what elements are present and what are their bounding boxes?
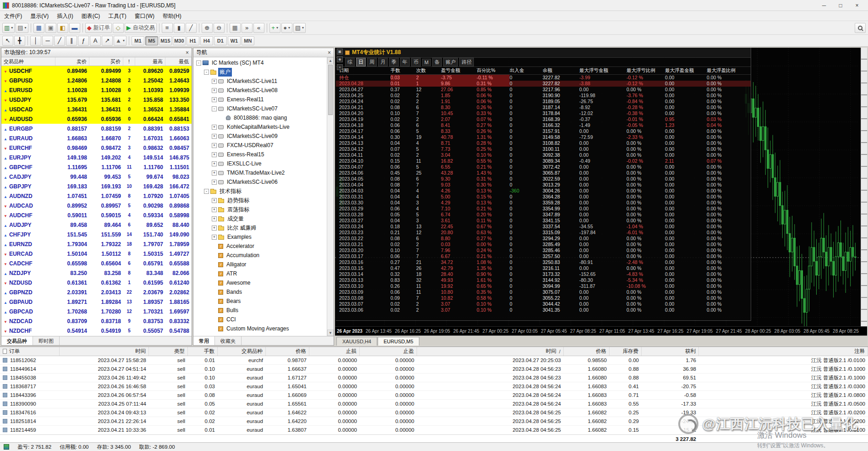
market-watch-row[interactable]: ▼USDJPY135.679135.6812135.858133.350 [1, 95, 192, 104]
tree-item[interactable]: fCCI [193, 315, 334, 324]
market-watch-column-4[interactable]: 最高 [135, 57, 165, 66]
market-watch-column-1[interactable]: 卖价 [55, 57, 89, 66]
expand-icon[interactable]: + [212, 170, 217, 176]
stats-row[interactable]: 2023.03.300.0434.290.13 %03359.280.000.0… [336, 200, 751, 206]
stats-tab-10[interactable]: 路径 [459, 58, 474, 66]
market-watch-tab-1[interactable]: 即时图 [33, 336, 60, 345]
tree-item[interactable]: +Examples [193, 232, 334, 242]
expand-icon[interactable]: + [212, 134, 217, 139]
market-watch-row[interactable]: ▲NZDJPY83.25083.258883.34882.066 [1, 268, 192, 278]
tree-item[interactable]: fAccumulation [193, 251, 334, 260]
trendline-tool[interactable]: ╱ [54, 36, 65, 46]
tree-item[interactable]: fAwesome [193, 278, 334, 287]
market-watch-row[interactable]: ▲GBPCHF1.116951.11706111.117601.11501 [1, 162, 192, 172]
market-watch-row[interactable]: ▼EURCAD1.501041.5011281.503151.49727 [1, 249, 192, 258]
stats-row[interactable]: 2023.03.140.321828.400.90 %03173.32-152.… [336, 271, 751, 277]
minimize-button[interactable]: ─ [816, 0, 832, 11]
market-watch-row[interactable]: ▲EURNZD1.793041.79322181.797071.78959 [1, 239, 192, 249]
market-watch-row[interactable]: ▲GBPAUD1.892711.89284131.893571.88165 [1, 297, 192, 307]
stats-row[interactable]: 2023.04.040.0879.030.30 %03013.290.000.0… [336, 182, 751, 188]
market-watch-row[interactable]: ▼NZDCHF0.549140.5491950.550570.54788 [1, 326, 192, 336]
market-watch-row[interactable]: ▲GBPNZD2.033912.03413222.036792.02862 [1, 287, 192, 297]
market-watch-row[interactable]: ▲EURGBP0.881570.8815920.883910.88153 [1, 124, 192, 133]
zoom-out-button[interactable]: ⊖ [214, 23, 225, 33]
market-watch-column-5[interactable]: 最低 [165, 57, 192, 66]
stats-row[interactable]: 2023.04.240.0221.910.06 %03189.05-26.75-… [336, 99, 751, 104]
market-watch-row[interactable]: ▲EURUSD1.100281.1002801.103931.09939 [1, 85, 192, 95]
market-watch-row[interactable]: ▼NZDCAD0.837090.8371890.837530.83332 [1, 316, 192, 326]
timeframe-M5[interactable]: M5 [145, 36, 158, 45]
market-watch-row[interactable]: ▲CADJPY99.44899.453599.67498.023 [1, 172, 192, 182]
market-watch-row[interactable]: ▼AUDCHF0.590110.5901540.593340.58998 [1, 210, 192, 220]
orders-column-7[interactable]: 止盈 [360, 347, 417, 356]
stats-row[interactable]: 2023.03.310.0445.000.15 %03364.280.000.0… [336, 194, 751, 200]
close-button[interactable]: × [849, 0, 865, 11]
stats-row[interactable]: 2023.03.220.0868.800.27 %03294.290.000.0… [336, 236, 751, 242]
tree-item[interactable]: fCustom Moving Averages [193, 324, 334, 333]
tree-item[interactable]: +FXCM-USDReal07 [193, 141, 334, 150]
stats-row[interactable]: 2023.04.030.0444.260.13 %-3603004.260.00… [336, 188, 751, 194]
stats-close-button[interactable]: × [337, 64, 343, 70]
timeframe-H1[interactable]: H1 [187, 36, 199, 45]
tree-item[interactable]: +比尔 威廉姆 [193, 223, 334, 232]
market-watch-row[interactable]: ▼NZDUSD0.613610.6136210.615950.61240 [1, 278, 192, 287]
candlestick-chart-button[interactable]: ▮ [174, 23, 185, 33]
stats-row[interactable]: 2023.03.160.272134.721.08 %03250.83-80.9… [336, 259, 751, 265]
stats-row[interactable]: 2023.03.270.0433.610.11 %03341.150.000.0… [336, 218, 751, 224]
market-watch-toggle[interactable]: ▦ [33, 23, 44, 33]
tree-item[interactable]: +Exness-Real15 [193, 150, 334, 159]
market-watch-row[interactable]: ▼AUDUSD0.659360.6593600.664240.65841 [1, 114, 192, 124]
bar-chart-button[interactable]: ≡ [162, 23, 173, 33]
expand-icon[interactable]: + [212, 226, 217, 231]
stats-row[interactable]: 2023.04.070.0656.550.21 %03072.420.000.0… [336, 164, 751, 170]
data-window-toggle[interactable]: ▣ [45, 23, 56, 33]
expand-icon[interactable]: + [212, 216, 217, 221]
stats-row[interactable]: 2023.04.100.151116.820.55 %03089.34-0.49… [336, 158, 751, 164]
stats-row[interactable]: 2023.04.170.0658.330.26 %03157.910.000.0… [336, 128, 751, 134]
order-row[interactable]: 1184433962023.04.26 06:57:54sell0.08eura… [0, 391, 868, 400]
timeframe-M1[interactable]: M1 [132, 36, 144, 45]
timeframe-M30[interactable]: M30 [173, 36, 186, 45]
expand-icon[interactable]: + [212, 88, 217, 93]
tree-item[interactable]: -ICMarketsSC-Live07 [193, 104, 334, 113]
stats-row[interactable]: 2023.04.210.0868.300.26 %03187.14-8.92-0… [336, 104, 751, 110]
tree-item[interactable]: -技术指标 [193, 187, 334, 196]
stats-row[interactable]: 2023.04.200.10710.450.33 %03178.84-12.02… [336, 110, 751, 116]
channel-tool[interactable]: ∥ [66, 36, 77, 46]
navigator-scrollbar[interactable]: ▲ ▼ [327, 57, 334, 336]
order-row[interactable]: 1183687172023.04.26 16:46:58sell0.03eura… [0, 382, 868, 391]
timeframe-W1[interactable]: W1 [228, 36, 241, 45]
stats-tab-1[interactable]: 日 [356, 58, 366, 66]
new-chart-button[interactable]: ▥▾ [2, 23, 15, 33]
stats-tab-5[interactable]: 年 [400, 58, 410, 66]
line-chart-button[interactable]: ╱ [186, 23, 197, 33]
orders-column-5[interactable]: 价格 [266, 347, 309, 356]
orders-column-6[interactable]: 止损 [309, 347, 360, 356]
stats-row[interactable]: 2023.04.180.0668.410.27 %03166.32-1.49-0… [336, 122, 751, 128]
tree-item[interactable]: fAlligator [193, 260, 334, 269]
terminal-toggle[interactable]: ▬ [69, 23, 80, 33]
orders-column-11[interactable]: 获利 [642, 347, 699, 356]
orders-column-9[interactable]: 价格 [564, 347, 610, 356]
stats-row[interactable]: 2023.03.200.1077.960.24 %03285.460.000.0… [336, 248, 751, 253]
expand-icon[interactable]: + [212, 198, 217, 203]
order-row[interactable]: 1184496142023.04.27 04:51:14sell0.10eura… [0, 365, 868, 374]
tree-item[interactable]: +ICMarketsSC-Live06 [193, 177, 334, 187]
stats-tab-8[interactable]: 备 [432, 58, 442, 66]
stats-tab-0[interactable]: 综 [345, 58, 355, 66]
close-icon[interactable]: × [186, 50, 189, 55]
stats-row[interactable]: 2023.04.130.0448.710.28 %03108.820.000.0… [336, 140, 751, 146]
text-tool[interactable]: A [90, 36, 101, 46]
market-watch-column-3[interactable]: ! [123, 57, 135, 66]
zoom-in-button[interactable]: ⊕ [202, 23, 213, 33]
order-row[interactable]: 1183476162023.04.24 09:43:13sell0.02eura… [0, 408, 868, 417]
market-watch-row[interactable]: ▼EURCHF0.984690.9847230.986320.98457 [1, 143, 192, 153]
tree-item[interactable]: -账户 [193, 67, 334, 77]
tree-item[interactable]: +ICMarketsSC-Live11 [193, 77, 334, 86]
stats-row[interactable]: 2023.04.110.0223.040.10 %03092.380.000.0… [336, 152, 751, 158]
market-watch-row[interactable]: ▼CADCHF0.655980.6560460.657910.65588 [1, 258, 192, 268]
expand-icon[interactable]: + [212, 79, 217, 84]
collapse-icon[interactable]: - [204, 189, 209, 194]
indicators-button[interactable]: +▾ [269, 23, 280, 33]
market-watch-column-0[interactable]: 交易品种 [1, 57, 55, 66]
